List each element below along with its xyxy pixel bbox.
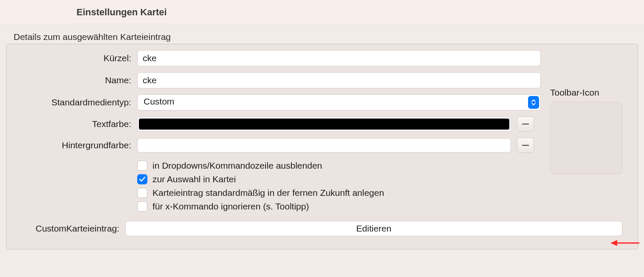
checkbox-row-future: Karteieintrag standardmäßig in der ferne… <box>137 188 541 198</box>
input-name[interactable] <box>137 72 541 88</box>
label-textfarbe: Textfarbe: <box>12 119 131 129</box>
svg-marker-1 <box>610 240 617 246</box>
hintergrundfarbe-row <box>137 138 541 153</box>
toolbar-icon-section: Toolbar-Icon <box>550 88 623 174</box>
color-preview-text <box>139 119 509 130</box>
clear-bgcolor-button[interactable] <box>517 138 534 153</box>
checkbox-label-future: Karteieintrag standardmäßig in der ferne… <box>153 188 384 198</box>
window-header: Einstellungen Kartei <box>0 0 644 24</box>
label-name: Name: <box>12 75 131 85</box>
checkbox-row-select: zur Auswahl in Kartei <box>137 174 541 184</box>
checkbox-label-xcmd: für x-Kommando ignorieren (s. Tooltipp) <box>153 201 309 212</box>
edit-button[interactable]: Editieren <box>125 221 622 236</box>
label-medientyp: Standardmedientyp: <box>12 97 131 107</box>
input-kuerzel[interactable] <box>137 50 541 66</box>
clear-textcolor-button[interactable] <box>517 116 534 132</box>
toolbar-icon-well[interactable] <box>550 102 622 174</box>
annotation-arrow-icon <box>610 238 640 248</box>
window-title: Einstellungen Kartei <box>76 7 644 18</box>
textfarbe-row <box>137 116 541 132</box>
details-fieldset: Toolbar-Icon Kürzel: Name: Standardmedie… <box>6 44 638 249</box>
custom-entry-row: CustomKarteieintrag: Editieren <box>12 221 632 236</box>
content-area: Details zum ausgewählten Karteieintrag T… <box>0 24 644 249</box>
select-medientyp-wrap: Custom <box>137 94 541 110</box>
color-swatch-text[interactable] <box>137 117 511 131</box>
toolbar-icon-label: Toolbar-Icon <box>550 88 623 98</box>
checkbox-row-hide: in Dropdowns/Kommandozeile ausblenden <box>137 161 541 171</box>
minus-icon <box>522 145 529 146</box>
fieldset-legend: Details zum ausgewählten Karteieintrag <box>6 32 638 42</box>
minus-icon <box>522 124 529 124</box>
color-swatch-bg[interactable] <box>137 138 511 153</box>
checkbox-xkommando-ignore[interactable] <box>137 201 147 212</box>
spacer-label <box>12 159 131 161</box>
checkbox-label-hide: in Dropdowns/Kommandozeile ausblenden <box>153 161 322 171</box>
label-custom: CustomKarteieintrag: <box>12 223 119 234</box>
label-hintergrundfarbe: Hintergrundfarbe: <box>12 140 131 150</box>
checkbox-ferne-zukunft[interactable] <box>137 188 147 198</box>
color-preview-bg <box>139 140 509 151</box>
checkbox-row-xcmd: für x-Kommando ignorieren (s. Tooltipp) <box>137 201 541 212</box>
checkbox-zur-auswahl[interactable] <box>137 174 147 184</box>
select-medientyp[interactable]: Custom <box>137 94 541 110</box>
checkbox-label-select: zur Auswahl in Kartei <box>153 174 236 184</box>
form-grid: Kürzel: Name: Standardmedientyp: Custom … <box>12 50 632 215</box>
checkbox-hide-in-dropdowns[interactable] <box>137 161 147 171</box>
label-kuerzel: Kürzel: <box>12 53 131 63</box>
checkbox-group: in Dropdowns/Kommandozeile ausblenden zu… <box>137 159 541 215</box>
